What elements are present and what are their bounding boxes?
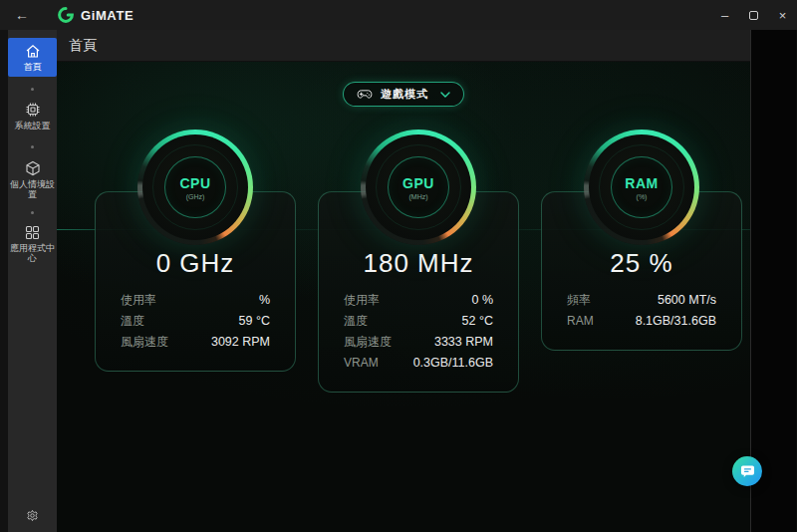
maximize-button[interactable] [739, 0, 768, 30]
stat-value: 3092 RPM [211, 332, 270, 353]
page-title: 首頁 [69, 37, 97, 55]
stat-value: 0 % [471, 290, 493, 311]
stat-value: % [259, 290, 270, 311]
minimize-button[interactable]: – [710, 0, 739, 30]
stat-label: 使用率 [121, 290, 156, 311]
mode-selector-button[interactable]: 遊戲模式 [343, 82, 464, 107]
stat-value: 0.3GB/11.6GB [413, 353, 493, 374]
cpu-value: 0 GHz [96, 248, 295, 278]
chat-bubble-icon [740, 464, 755, 478]
settings-button[interactable] [8, 509, 57, 522]
app-title: GiMATE [81, 8, 133, 23]
cpu-stats: 使用率 % 溫度 59 °C 風扇速度 3092 RPM [96, 290, 295, 353]
ram-value: 25 % [542, 248, 741, 278]
page-header: 首頁 [57, 30, 750, 62]
gpu-column: GPU (MHz) 180 MHz 使用率 0 % [318, 130, 519, 393]
stat-label: 溫度 [344, 311, 368, 332]
stat-row: VRAM 0.3GB/11.6GB [344, 353, 493, 374]
cpu-gauge-unit: (GHz) [186, 193, 205, 200]
gpu-gauge-label: GPU [402, 175, 434, 191]
close-button[interactable]: × [768, 0, 797, 30]
cpu-column: CPU (GHz) 0 GHz 使用率 % [95, 130, 296, 372]
sidebar-item-home[interactable]: 首頁 [8, 38, 57, 77]
stat-row: 風扇速度 3092 RPM [121, 332, 270, 353]
stat-value: 59 °C [239, 311, 270, 332]
gpu-value: 180 MHz [319, 248, 518, 278]
stat-label: 風扇速度 [121, 332, 168, 353]
ram-column: RAM (%) 25 % 頻率 5600 MT/s [541, 130, 742, 351]
titlebar: ← GiMATE – × [0, 0, 797, 30]
stat-row: RAM 8.1GB/31.6GB [567, 311, 716, 332]
sidebar-item-system-settings[interactable]: 系統設置 [8, 102, 57, 131]
chat-button[interactable] [732, 456, 762, 486]
ram-gauge-label: RAM [625, 175, 658, 191]
sidebar-separator-dot [31, 145, 34, 148]
ram-stats: 頻率 5600 MT/s RAM 8.1GB/31.6GB [542, 290, 741, 332]
stat-value: 8.1GB/31.6GB [636, 311, 716, 332]
cpu-gauge-label-circle: CPU (GHz) [164, 156, 226, 218]
gamepad-icon [357, 89, 373, 100]
gpu-gauge: GPU (MHz) [361, 130, 476, 245]
sidebar-item-label: 系統設置 [15, 121, 51, 131]
gpu-gauge-unit: (MHz) [408, 193, 427, 200]
sidebar-separator-dot [31, 88, 34, 91]
dashboard: 遊戲模式 CPU [57, 62, 750, 532]
stat-row: 溫度 52 °C [344, 311, 493, 332]
cpu-gauge: CPU (GHz) [137, 130, 253, 245]
stat-row: 使用率 0 % [344, 290, 493, 311]
chevron-down-icon [440, 92, 450, 98]
mode-selector-label: 遊戲模式 [381, 87, 428, 102]
grid-icon [25, 225, 40, 240]
sidebar-separator-dot [31, 211, 34, 214]
right-edge-strip [750, 30, 796, 532]
app-body: 首頁 系統設置 個人情境設置 [0, 30, 797, 532]
stat-row: 頻率 5600 MT/s [567, 290, 716, 311]
ram-gauge-label-circle: RAM (%) [611, 156, 672, 218]
stat-label: 頻率 [567, 290, 591, 311]
sidebar-item-label: 個人情境設置 [8, 179, 57, 199]
back-button[interactable]: ← [0, 7, 44, 23]
maximize-icon [749, 11, 758, 20]
stat-row: 風扇速度 3333 RPM [344, 332, 493, 353]
sidebar: 首頁 系統設置 個人情境設置 [8, 30, 57, 532]
stat-value: 3333 RPM [434, 332, 493, 353]
sidebar-item-label: 應用程式中心 [8, 243, 57, 263]
stat-label: 使用率 [344, 290, 380, 311]
stat-value: 52 °C [462, 311, 493, 332]
cpu-gauge-label: CPU [179, 175, 210, 191]
main-content: 首頁 遊戲模式 [57, 30, 750, 532]
gpu-stats: 使用率 0 % 溫度 52 °C 風扇速度 3333 RPM [319, 290, 518, 374]
left-edge-strip [0, 30, 8, 532]
sidebar-item-label: 首頁 [24, 62, 42, 72]
gimate-logo-icon [58, 7, 74, 23]
cube-icon [25, 160, 41, 176]
sidebar-item-personal-scenario[interactable]: 個人情境設置 [8, 160, 57, 199]
ram-gauge: RAM (%) [584, 130, 699, 245]
stat-label: 溫度 [121, 311, 144, 332]
ram-gauge-unit: (%) [637, 193, 648, 200]
chip-icon [25, 102, 41, 118]
stat-value: 5600 MT/s [658, 290, 716, 311]
sidebar-item-app-center[interactable]: 應用程式中心 [8, 225, 57, 263]
window-controls: – × [710, 0, 797, 30]
gpu-gauge-label-circle: GPU (MHz) [388, 156, 449, 218]
stat-label: VRAM [344, 353, 379, 374]
home-icon [25, 44, 41, 59]
stat-row: 使用率 % [121, 290, 270, 311]
stat-label: RAM [567, 311, 594, 332]
gimate-window: ← GiMATE – × 首頁 [0, 0, 797, 532]
stat-row: 溫度 59 °C [121, 311, 270, 332]
stat-label: 風扇速度 [344, 332, 392, 353]
metric-cards-row: CPU (GHz) 0 GHz 使用率 % [57, 130, 750, 393]
